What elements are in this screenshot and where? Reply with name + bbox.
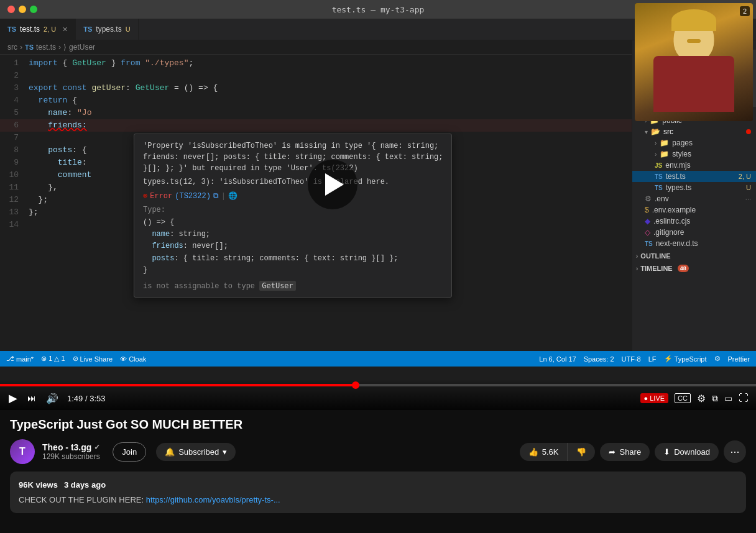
language-indicator[interactable]: ⚡ TypeScript <box>664 355 707 363</box>
hover-popup: 'Property 'isSubscribedToTheo' is missin… <box>134 134 452 298</box>
settings-button[interactable]: ⚙ <box>697 393 706 404</box>
file-name-typests: types.ts <box>666 183 691 192</box>
channel-avatar[interactable]: T <box>10 439 35 464</box>
dot-yellow <box>19 6 26 13</box>
dislike-button[interactable]: 👎 <box>568 443 595 461</box>
verified-icon: ✓ <box>94 443 100 452</box>
right-controls: ● LIVE CC ⚙ ⧉ ▭ ⛶ <box>640 393 749 404</box>
hover-error-badge: ⊗ Error (TS2322) ⧉ | 🌐 <box>143 191 443 201</box>
like-button[interactable]: 👍 5.6K <box>520 443 568 461</box>
breadcrumb-ts-icon: TS <box>25 43 34 51</box>
file-name-eslint: .eslintrc.cjs <box>653 217 690 226</box>
tab-close-1[interactable]: ✕ <box>62 25 68 34</box>
error-globe-icon[interactable]: 🌐 <box>228 191 237 201</box>
download-icon: ⬇ <box>663 447 670 457</box>
cloak-btn[interactable]: 👁 Cloak <box>120 355 146 363</box>
breadcrumb-symbol: getUser <box>69 43 95 52</box>
file-test-ts[interactable]: TS test.ts 2, U <box>632 171 756 182</box>
hover-note: is not assignable to type GetUser <box>143 281 443 291</box>
webcam-badge: 2 <box>740 6 750 16</box>
channel-info: Theo - t3.gg ✓ 129K subscribers <box>42 442 100 461</box>
tab-test-ts[interactable]: TS test.ts 2, U ✕ <box>0 19 76 40</box>
progress-bar-container[interactable] <box>0 384 756 386</box>
theater-button[interactable]: ▭ <box>724 393 732 403</box>
folder-icon-3: 📂 <box>651 127 660 136</box>
folder-name-3: src <box>663 127 673 136</box>
file-env[interactable]: ⚙ .env ··· <box>632 193 756 204</box>
play-overlay[interactable] <box>308 160 357 209</box>
more-options-button[interactable]: ··· <box>724 440 746 463</box>
folder-src[interactable]: ▾ 📂 src <box>632 126 756 137</box>
video-description[interactable]: 96K views 3 days ago CHECK OUT THE PLUGI… <box>10 472 746 513</box>
hover-error-msg: 'Property 'isSubscribedToTheo' is missin… <box>143 140 443 174</box>
folder-styles[interactable]: › 📁 styles <box>632 148 756 160</box>
chevron-down-sub-icon: ▾ <box>223 447 227 457</box>
channel-row: T Theo - t3.gg ✓ 129K subscribers Join 🔔… <box>10 439 746 464</box>
like-count: 5.6K <box>542 447 559 457</box>
dot-red <box>7 6 15 13</box>
next-button[interactable]: ⏭ <box>26 393 37 403</box>
git-branch[interactable]: ⎇ main* <box>6 355 34 363</box>
file-env-mjs[interactable]: JS env.mjs <box>632 160 756 171</box>
settings-status-icon[interactable]: ⚙ <box>714 355 721 363</box>
file-name-nextenv: next-env.d.ts <box>656 239 698 248</box>
tab-types-ts[interactable]: TS types.ts U <box>76 19 138 40</box>
chevron-right-outline: › <box>636 253 638 260</box>
cursor-position: Ln 6, Col 17 <box>539 355 576 363</box>
like-dislike-group: 👍 5.6K 👎 <box>520 443 596 461</box>
dot-green <box>30 6 37 13</box>
file-name-envmjs: env.mjs <box>665 161 690 170</box>
subscribed-label: Subscribed <box>178 447 219 457</box>
play-pause-button[interactable]: ▶ <box>7 391 19 405</box>
webcam-person <box>635 3 753 121</box>
file-eslintrc[interactable]: ◆ .eslintrc.cjs <box>632 216 756 227</box>
js-icon: JS <box>655 162 662 169</box>
error-link-icon[interactable]: ⧉ <box>213 192 219 201</box>
spaces-indicator[interactable]: Spaces: 2 <box>584 355 614 363</box>
timeline-title[interactable]: › TIMELINE 48 <box>632 263 756 274</box>
test-ts-badge: 2, U <box>739 173 751 180</box>
desc-body: CHECK OUT THE PLUGIN HERE: https://githu… <box>19 494 737 506</box>
download-button[interactable]: ⬇ Download <box>655 443 719 461</box>
share-label: Share <box>619 447 641 457</box>
prettier-indicator[interactable]: Prettier <box>728 355 750 363</box>
file-types-ts[interactable]: TS types.ts U <box>632 182 756 193</box>
captions-button[interactable]: CC <box>675 393 691 403</box>
file-env-example[interactable]: $ .env.example <box>632 204 756 216</box>
error-separator: | <box>221 192 226 201</box>
desc-link[interactable]: https://github.com/yoavbls/pretty-ts-... <box>146 495 280 504</box>
live-indicator[interactable]: ● LIVE <box>640 393 669 403</box>
subscribed-button[interactable]: 🔔 Subscribed ▾ <box>156 443 236 461</box>
volume-button[interactable]: 🔊 <box>45 393 60 404</box>
folder-pages[interactable]: › 📁 pages <box>632 137 756 148</box>
share-button[interactable]: ➦ Share <box>600 443 650 461</box>
channel-name: Theo - t3.gg ✓ <box>42 442 100 452</box>
file-next-env[interactable]: TS next-env.d.ts <box>632 238 756 249</box>
file-name-gitignore: .gitignore <box>653 228 684 237</box>
breadcrumb: src › TS test.ts › ⟩ getUser <box>0 40 632 55</box>
file-name-envexample: .env.example <box>652 206 696 214</box>
download-label: Download <box>674 447 710 457</box>
miniplayer-button[interactable]: ⧉ <box>712 393 718 404</box>
error-code: (TS2322) <box>175 192 211 201</box>
dollar-icon: $ <box>645 206 649 214</box>
outline-title[interactable]: › OUTLINE <box>632 250 756 262</box>
liveshare-btn[interactable]: ⊘ Live Share <box>73 355 113 363</box>
code-line-4: 4 return { <box>0 94 632 107</box>
join-button[interactable]: Join <box>113 442 146 462</box>
channel-name-text: Theo - t3.gg <box>42 442 91 452</box>
error-count[interactable]: ⊗ 1 △ 1 <box>41 355 65 363</box>
fullscreen-button[interactable]: ⛶ <box>739 393 749 404</box>
bell-icon: 🔔 <box>165 447 175 457</box>
video-container: test.ts — my-t3-app TS test.ts 2, U ✕ TS… <box>0 0 756 410</box>
env-more[interactable]: ··· <box>745 195 751 203</box>
line-ending-indicator[interactable]: LF <box>648 355 657 363</box>
breadcrumb-symbol-icon: ⟩ <box>63 43 67 52</box>
hover-type-label: Type: <box>143 206 443 214</box>
error-label: Error <box>150 192 172 201</box>
file-gitignore[interactable]: ◇ .gitignore <box>632 227 756 238</box>
tab-lang-1: TS <box>7 25 16 33</box>
video-controls[interactable]: ▶ ⏭ 🔊 1:49 / 3:53 ● LIVE CC ⚙ ⧉ ▭ ⛶ <box>0 379 756 410</box>
encoding-indicator[interactable]: UTF-8 <box>622 355 641 363</box>
code-line-3: 3 export const getUser: GetUser = () => … <box>0 82 632 94</box>
